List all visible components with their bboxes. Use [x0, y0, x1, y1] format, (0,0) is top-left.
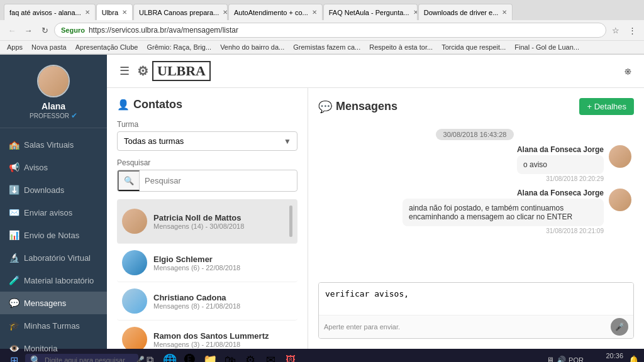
contact-info: Elgio Schlemer Mensagens (6) - 22/08/201… [153, 255, 292, 272]
contact-meta: Mensagens (3) - 21/08/2018 [153, 341, 292, 348]
search-button[interactable]: 🔍 [118, 170, 140, 191]
tab-5-close[interactable]: ✕ [413, 9, 418, 16]
verified-icon: ✔ [71, 111, 77, 120]
message-avatar [609, 189, 631, 211]
pesquisar-label: Pesquisar [117, 158, 297, 167]
sidebar-item-enviar-avisos-label: Enviar avisos [24, 208, 72, 217]
message-input[interactable] [319, 283, 633, 313]
settings-taskbar[interactable]: ⚙ [242, 351, 259, 362]
tab-3-close[interactable]: ✕ [223, 9, 228, 16]
tab-3[interactable]: ULBRA Canoas prepara... ✕ [133, 4, 228, 20]
sidebar-item-salas[interactable]: 🏫 Salas Virtuais [0, 133, 107, 156]
material-lab-icon: 🧪 [9, 275, 19, 285]
tab-4[interactable]: AutoAtendimento + co... ✕ [228, 4, 323, 20]
bookmark-respeito[interactable]: Respeito à esta tor... [367, 43, 435, 52]
store-icon: 🛍 [225, 354, 236, 363]
task-view-icon: ⧉ [147, 354, 153, 362]
sidebar-item-envio-notas[interactable]: 📊 Envio de Notas [0, 224, 107, 246]
tab-2-close[interactable]: ✕ [122, 9, 127, 16]
bookmark-torcida[interactable]: Torcida que respeit... [440, 43, 508, 52]
messages-panel: 💬 Mensagens + Detalhes 30/08/2018 16:43:… [308, 88, 644, 349]
bookmark-apps[interactable]: Apps [5, 43, 25, 52]
contact-item[interactable]: Elgio Schlemer Mensagens (6) - 22/08/201… [117, 244, 297, 282]
contact-item[interactable]: Christiano Cadona Mensagens (8) - 21/08/… [117, 282, 297, 321]
details-button[interactable]: + Detalhes [579, 98, 634, 115]
clock-time: 20:36 [589, 351, 623, 360]
folder-taskbar[interactable]: 📁 [201, 351, 219, 362]
start-button[interactable]: ⊞ [5, 351, 23, 362]
chrome-taskbar[interactable]: 🌐 [161, 351, 179, 362]
sidebar-item-enviar-avisos[interactable]: ✉️ Enviar avisos [0, 201, 107, 224]
photos-taskbar[interactable]: 🖼 [282, 351, 299, 362]
tab-1-label: faq até avisos - alana... [9, 9, 81, 16]
turma-select[interactable]: Todas as turmas [117, 131, 297, 151]
message-text: o aviso [517, 155, 604, 174]
app-container: Alana PROFESSOR ✔ 🏫 Salas Virtuais 📢 Avi… [0, 55, 644, 349]
input-footer: Aperte enter para enviar. 🎤 [319, 315, 633, 338]
windows-icon: ⊞ [10, 354, 18, 363]
store-taskbar[interactable]: 🛍 [221, 351, 239, 362]
tab-5[interactable]: FAQ NetAula - Pergunta... ✕ [323, 4, 418, 20]
chrome-icon: 🌐 [163, 353, 177, 362]
browser-chrome: faq até avisos - alana... ✕ Ulbra ✕ ULBR… [0, 0, 644, 55]
sys-icons: 🖥 🔊 POR [547, 356, 584, 362]
mail-taskbar[interactable]: ✉ [262, 351, 279, 362]
secure-badge: Seguro [61, 26, 85, 34]
bookmark-apresentacao[interactable]: Apresentação Clube [74, 43, 140, 52]
message-bubble: Alana da Fonseca Jorge ainda não foi pos… [318, 189, 631, 234]
edge-taskbar[interactable]: 🅔 [181, 351, 199, 362]
bookmark-gremio[interactable]: Grêmio: Raça, Brig... [145, 43, 213, 52]
bookmark-gremistas[interactable]: Gremistas fazem ca... [291, 43, 362, 52]
tab-2[interactable]: Ulbra ✕ [96, 4, 133, 20]
avatar-image [38, 66, 69, 96]
sidebar-item-avisos[interactable]: 📢 Avisos [0, 156, 107, 178]
bookmark-final[interactable]: Final - Gol de Luan... [513, 43, 581, 52]
notification-icon: 🔔 [628, 355, 639, 362]
sidebar-item-minhas-turmas[interactable]: 🎓 Minhas Turmas [0, 314, 107, 337]
contact-item[interactable]: Patricia Noll de Mattos Mensagens (14) -… [117, 199, 297, 244]
date-badge: 30/08/2018 16:43:28 [436, 129, 514, 140]
tab-5-label: FAQ NetAula - Pergunta... [329, 9, 409, 16]
url-text: https://servicos.ulbra.br/ava/mensagem/l… [89, 26, 599, 35]
photos-icon: 🖼 [286, 354, 296, 362]
tab-1[interactable]: faq até avisos - alana... ✕ [4, 4, 96, 20]
messages-header: 💬 Mensagens + Detalhes [318, 98, 634, 115]
mic-button[interactable]: 🎤 [611, 318, 628, 336]
back-button[interactable]: ← [5, 23, 19, 37]
tab-4-close[interactable]: ✕ [312, 9, 317, 16]
tab-1-close[interactable]: ✕ [85, 9, 90, 16]
contact-info: Patricia Noll de Mattos Mensagens (14) -… [153, 213, 283, 230]
sidebar-item-mensagens-label: Mensagens [24, 299, 66, 308]
tab-6-close[interactable]: ✕ [502, 9, 507, 16]
sidebar-item-downloads[interactable]: ⬇️ Downloads [0, 178, 107, 201]
task-view-button[interactable]: ⧉ [141, 351, 158, 362]
contact-name: Patricia Noll de Mattos [153, 213, 283, 222]
avatar [37, 65, 70, 97]
network-icon: 🖥 [547, 356, 554, 362]
taskbar-search-input[interactable] [45, 356, 131, 362]
tab-6[interactable]: Downloads de driver e... ✕ [418, 4, 513, 20]
search-input[interactable] [140, 172, 297, 190]
bookmark-venho[interactable]: Venho do bairro da... [218, 43, 286, 52]
sidebar-item-lab-virtual[interactable]: 🔬 Laboratório Virtual [0, 246, 107, 269]
salas-icon: 🏫 [9, 140, 19, 150]
message-content: Alana da Fonseca Jorge ainda não foi pos… [402, 189, 604, 234]
forward-button[interactable]: → [21, 23, 35, 37]
contact-avatar [122, 250, 147, 275]
bookmark-nova-pasta[interactable]: Nova pasta [30, 43, 69, 52]
enviar-avisos-icon: ✉️ [9, 207, 19, 217]
sidebar-item-material-lab[interactable]: 🧪 Material laboratório [0, 269, 107, 292]
hamburger-button[interactable]: ☰ [119, 64, 130, 78]
contact-item[interactable]: Ramon dos Santos Lummertz Mensagens (3) … [117, 321, 297, 349]
reload-button[interactable]: ↻ [38, 23, 52, 37]
message-sender: Alana da Fonseca Jorge [517, 145, 604, 154]
logout-button[interactable]: ⎈ [625, 65, 631, 78]
avisos-icon: 📢 [9, 162, 19, 172]
url-bar[interactable]: Seguro https://servicos.ulbra.br/ava/men… [54, 23, 606, 38]
bookmark-button[interactable]: ☆ [609, 23, 623, 37]
settings-button[interactable]: ⋮ [625, 23, 639, 37]
edge-icon: 🅔 [184, 354, 196, 363]
user-role: PROFESSOR ✔ [30, 111, 77, 120]
volume-icon: 🔊 [557, 356, 566, 362]
sidebar-item-mensagens[interactable]: 💬 Mensagens [0, 292, 107, 314]
